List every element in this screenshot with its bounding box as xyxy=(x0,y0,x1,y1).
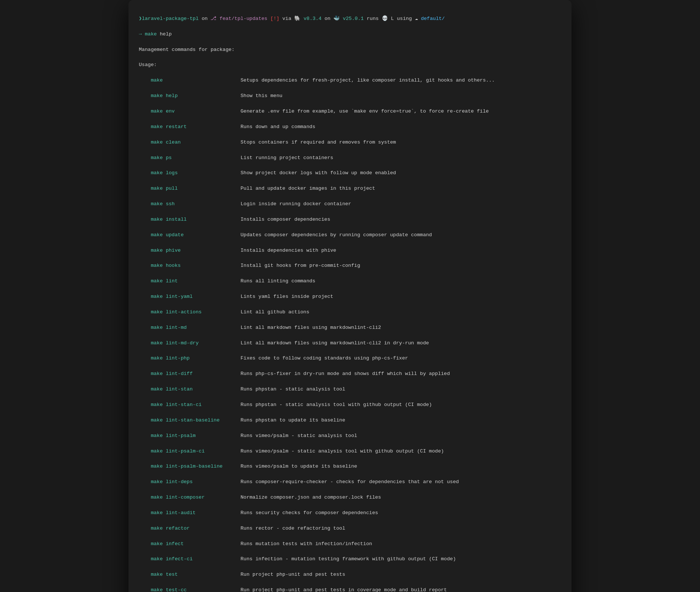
cmd-text: make ps xyxy=(151,155,240,161)
cmd-text: make lint-stan xyxy=(151,386,240,392)
cmd-make-test: make test Run project php-unit and pest … xyxy=(139,571,561,579)
cmd-make: make Setups dependencies for fresh-proje… xyxy=(139,77,561,85)
cmd-make-lint-yaml: make lint-yaml Lints yaml files inside p… xyxy=(139,293,561,301)
cmd-make-infect-ci: make infect-ci Runs infection - mutation… xyxy=(139,555,561,563)
node-version: v25.0.1 xyxy=(343,16,364,21)
cmd-text: make lint-deps xyxy=(151,479,240,485)
cmd-text: make lint-audit xyxy=(151,510,240,516)
cmd-text: make logs xyxy=(151,170,240,176)
cmd-text: make lint-psalm-ci xyxy=(151,448,240,454)
cmd-make-restart: make restart Runs down and up commands xyxy=(139,123,561,131)
l-label: L xyxy=(391,16,394,21)
cmd-text: make lint-php xyxy=(151,355,240,361)
arrow: → xyxy=(139,31,142,37)
cmd-make-clean: make clean Stops containers if required … xyxy=(139,139,561,147)
cmd-make-lint-stan-ci: make lint-stan-ci Runs phpstan - static … xyxy=(139,401,561,409)
cmd-text: make lint-md-dry xyxy=(151,340,240,346)
cmd-text: make lint xyxy=(151,278,240,284)
cmd-make-env: make env Generate .env file from example… xyxy=(139,108,561,116)
cmd-make-phive: make phive Installs dependencies with ph… xyxy=(139,247,561,255)
cmd-make-install: make install Installs composer dependenc… xyxy=(139,216,561,224)
cmd-text: make lint-composer xyxy=(151,495,240,500)
cmd-make-lint-psalm-ci: make lint-psalm-ci Runs vimeo/psalm - st… xyxy=(139,448,561,455)
cmd-make-lint: make lint Runs all linting commands xyxy=(139,278,561,285)
header-line-1: Management commands for package: xyxy=(139,46,561,54)
cmd-make-pull: make pull Pull and update docker images … xyxy=(139,185,561,193)
php-icon: 🐘 xyxy=(294,16,301,21)
make-cmd: make xyxy=(145,31,157,37)
cmd-make-lint-md: make lint-md Lint all markdown files usi… xyxy=(139,324,561,332)
cmd-make-lint-diff: make lint-diff Runs php-cs-fixer in dry-… xyxy=(139,370,561,378)
cmd-text: make refactor xyxy=(151,526,240,531)
cmd-text: make lint-psalm-baseline xyxy=(151,464,240,469)
cmd-make-lint-stan-baseline: make lint-stan-baseline Runs phpstan to … xyxy=(139,417,561,424)
cmd-text: make phive xyxy=(151,248,240,253)
cmd-make-lint-composer: make lint-composer Normalize composer.js… xyxy=(139,494,561,502)
cmd-make-lint-md-dry: make lint-md-dry Lint all markdown files… xyxy=(139,340,561,347)
cmd-text: make pull xyxy=(151,186,240,191)
cmd-text: make lint-stan-ci xyxy=(151,402,240,407)
cmd-text: make test xyxy=(151,572,240,577)
cmd-text: make infect-ci xyxy=(151,556,240,562)
cmd-text: make lint-diff xyxy=(151,371,240,376)
cmd-make-logs: make logs Show project docker logs with … xyxy=(139,169,561,177)
branch-label: ⎇ feat/tpl-updates xyxy=(210,16,267,21)
cmd-make-test-cc: make test-cc Run project php-unit and pe… xyxy=(139,586,561,592)
cmd-make-lint-audit: make lint-audit Runs security checks for… xyxy=(139,509,561,517)
cmd-make-lint-actions: make lint-actions Lint all github action… xyxy=(139,309,561,316)
skull-icon: 💀 xyxy=(382,16,388,21)
directory-label: ❯laravel-package-tpl xyxy=(139,16,199,21)
cmd-text: make hooks xyxy=(151,263,240,268)
cmd-text: make xyxy=(151,78,240,83)
cmd-make-update: make update Updates composer dependencie… xyxy=(139,231,561,239)
php-version: v8.3.4 xyxy=(303,16,322,21)
terminal-content: ❯laravel-package-tpl on ⎇ feat/tpl-updat… xyxy=(139,7,561,592)
terminal-window: ❯laravel-package-tpl on ⎇ feat/tpl-updat… xyxy=(128,0,572,592)
cmd-text: make install xyxy=(151,217,240,222)
cmd-make-ps: make ps List running project containers xyxy=(139,154,561,162)
cmd-make-lint-psalm: make lint-psalm Runs vimeo/psalm - stati… xyxy=(139,432,561,440)
cmd-text: make env xyxy=(151,109,240,114)
cmd-make-ssh: make ssh Login inside running docker con… xyxy=(139,200,561,208)
cmd-text: make update xyxy=(151,232,240,238)
cmd-text: make lint-md xyxy=(151,325,240,330)
cmd-make-infect: make infect Runs mutation tests with inf… xyxy=(139,540,561,548)
cmd-text: make lint-stan-baseline xyxy=(151,417,240,423)
cmd-text: make lint-psalm xyxy=(151,433,240,438)
command-line: → make help xyxy=(139,31,561,38)
cloud-icon: ☁ xyxy=(415,16,418,21)
cmd-make-lint-psalm-baseline: make lint-psalm-baseline Runs vimeo/psal… xyxy=(139,463,561,471)
default-label: default/ xyxy=(421,16,445,21)
cmd-text: make test-cc xyxy=(151,587,240,592)
cmd-make-refactor: make refactor Runs rector - code refacto… xyxy=(139,525,561,533)
prompt-line: ❯laravel-package-tpl on ⎇ feat/tpl-updat… xyxy=(139,15,561,23)
cmd-make-help: make help Show this menu xyxy=(139,92,561,100)
node-icon: 🐳 xyxy=(333,16,340,21)
cmd-text: make clean xyxy=(151,140,240,145)
header-line-2: Usage: xyxy=(139,61,561,69)
cmd-text: make infect xyxy=(151,541,240,547)
cmd-make-lint-php: make lint-php Fixes code to follow codin… xyxy=(139,355,561,362)
branch-flag: [!] xyxy=(270,16,279,21)
cmd-text: make lint-yaml xyxy=(151,294,240,299)
cmd-make-lint-stan: make lint-stan Runs phpstan - static ana… xyxy=(139,386,561,393)
cmd-text: make restart xyxy=(151,124,240,130)
cmd-text: make ssh xyxy=(151,201,240,207)
cmd-text: make help xyxy=(151,93,240,99)
cmd-make-hooks: make hooks Install git hooks from pre-co… xyxy=(139,262,561,270)
cmd-text: make lint-actions xyxy=(151,309,240,315)
cmd-make-lint-deps: make lint-deps Runs composer-require-che… xyxy=(139,478,561,486)
